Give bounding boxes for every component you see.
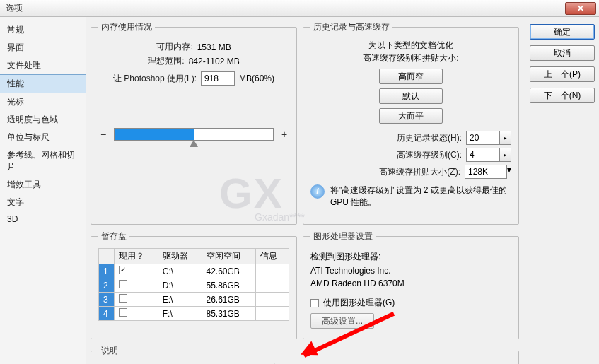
- ps-use-label: 让 Photoshop 使用(L):: [113, 73, 197, 85]
- gpu-model: AMD Radeon HD 6370M: [310, 278, 511, 288]
- col-free: 空闲空间: [202, 249, 256, 264]
- history-states-spinner[interactable]: 20▸: [466, 131, 511, 145]
- table-row[interactable]: 4F:\85.31GB: [99, 307, 289, 321]
- sidebar-item-general[interactable]: 常规: [0, 21, 86, 39]
- description-legend: 说明: [98, 345, 121, 357]
- default-button[interactable]: 默认: [379, 88, 443, 104]
- cache-levels-spinner[interactable]: 4▸: [466, 148, 511, 162]
- ps-use-input[interactable]: 918: [201, 71, 235, 86]
- sidebar-item-interface[interactable]: 界面: [0, 39, 86, 57]
- optimize-line1: 为以下类型的文档优化: [310, 39, 511, 52]
- scratch-table: 现用？ 驱动器 空闲空间 信息 1C:\42.60GB 2D:\55.86GB …: [98, 248, 289, 321]
- slider-minus[interactable]: −: [98, 129, 108, 140]
- table-row[interactable]: 1C:\42.60GB: [99, 264, 289, 278]
- description-group: 说明 分配给 Photoshop 的内存量。更改将在下一次启动 Photosho…: [91, 345, 519, 364]
- sidebar-item-units[interactable]: 单位与标尺: [0, 129, 86, 146]
- gpu-group: 图形处理器设置 检测到图形处理器: ATI Technologies Inc. …: [303, 230, 519, 339]
- col-info: 信息: [256, 249, 289, 264]
- close-icon: ✕: [577, 4, 584, 13]
- scratch-disks-group: 暂存盘 现用？ 驱动器 空闲空间 信息 1C:\42.60GB 2D:\55.8…: [91, 230, 297, 339]
- gpu-legend: 图形处理器设置: [310, 230, 376, 242]
- sidebar-item-type[interactable]: 文字: [0, 194, 86, 211]
- memory-slider[interactable]: [114, 128, 274, 141]
- cancel-button[interactable]: 取消: [530, 45, 595, 61]
- gpu-detected-label: 检测到图形处理器:: [310, 251, 511, 263]
- optimize-line2: 高速缓存级别和拼贴大小:: [310, 52, 511, 64]
- use-gpu-label: 使用图形处理器(G): [323, 297, 395, 309]
- category-sidebar: 常规 界面 文件处理 性能 光标 透明度与色域 单位与标尺 参考线、网格和切片 …: [0, 17, 86, 364]
- active-checkbox[interactable]: [119, 266, 127, 274]
- memory-legend: 内存使用情况: [98, 21, 155, 33]
- active-checkbox[interactable]: [119, 280, 127, 288]
- big-flat-button[interactable]: 大而平: [379, 108, 443, 124]
- history-states-label: 历史记录状态(H):: [397, 132, 462, 144]
- active-checkbox[interactable]: [119, 294, 127, 303]
- ideal-range-label: 理想范围:: [148, 55, 184, 67]
- ideal-range-value: 842-1102 MB: [189, 57, 240, 66]
- col-active: 现用？: [115, 249, 158, 264]
- sidebar-item-3d[interactable]: 3D: [0, 211, 86, 227]
- table-row[interactable]: 3E:\26.61GB: [99, 293, 289, 307]
- memory-group: 内存使用情况 可用内存:1531 MB 理想范围:842-1102 MB 让 P…: [91, 21, 297, 225]
- title-bar: 选项 ✕: [0, 0, 599, 17]
- history-cache-group: 历史记录与高速缓存 为以下类型的文档优化 高速缓存级别和拼贴大小: 高而窄 默认…: [303, 21, 519, 225]
- cache-tile-select[interactable]: 128K▾: [465, 165, 511, 179]
- cache-levels-label: 高速缓存级别(C):: [397, 149, 462, 161]
- gpu-vendor: ATI Technologies Inc.: [310, 266, 511, 276]
- slider-plus[interactable]: +: [279, 129, 289, 140]
- advanced-settings-button[interactable]: 高级设置...: [310, 313, 374, 329]
- spinner-arrow-icon[interactable]: ▸: [500, 131, 511, 145]
- use-gpu-checkbox[interactable]: [310, 299, 319, 307]
- dropdown-arrow-icon[interactable]: ▾: [507, 165, 511, 179]
- window-title: 选项: [6, 2, 23, 14]
- cache-tile-label: 高速缓存拼贴大小(Z):: [379, 166, 460, 178]
- ps-use-suffix: MB(60%): [239, 74, 274, 83]
- slider-thumb-icon[interactable]: [190, 140, 198, 147]
- info-icon: i: [310, 184, 325, 199]
- active-checkbox[interactable]: [119, 308, 127, 317]
- sidebar-item-cursors[interactable]: 光标: [0, 93, 86, 111]
- available-mem-value: 1531 MB: [197, 42, 231, 52]
- sidebar-item-guides[interactable]: 参考线、网格和切片: [0, 146, 86, 176]
- sidebar-item-performance[interactable]: 性能: [0, 74, 86, 93]
- history-legend: 历史记录与高速缓存: [310, 21, 392, 33]
- close-button[interactable]: ✕: [565, 2, 596, 15]
- sidebar-item-transparency[interactable]: 透明度与色域: [0, 111, 86, 129]
- tall-thin-button[interactable]: 高而窄: [379, 69, 443, 84]
- next-button[interactable]: 下一个(N): [530, 88, 595, 103]
- cache-info-text: 将"高速缓存级别"设置为 2 或更高以获得最佳的 GPU 性能。: [330, 184, 511, 209]
- prev-button[interactable]: 上一个(P): [530, 66, 595, 82]
- scratch-legend: 暂存盘: [98, 230, 129, 242]
- sidebar-item-filehandling[interactable]: 文件处理: [0, 57, 86, 74]
- table-row[interactable]: 2D:\55.86GB: [99, 278, 289, 293]
- col-drive: 驱动器: [158, 249, 202, 264]
- available-mem-label: 可用内存:: [156, 41, 192, 53]
- ok-button[interactable]: 确定: [530, 24, 595, 40]
- slider-fill: [115, 129, 194, 140]
- sidebar-item-plugins[interactable]: 增效工具: [0, 176, 86, 194]
- spinner-arrow-icon[interactable]: ▸: [500, 148, 511, 162]
